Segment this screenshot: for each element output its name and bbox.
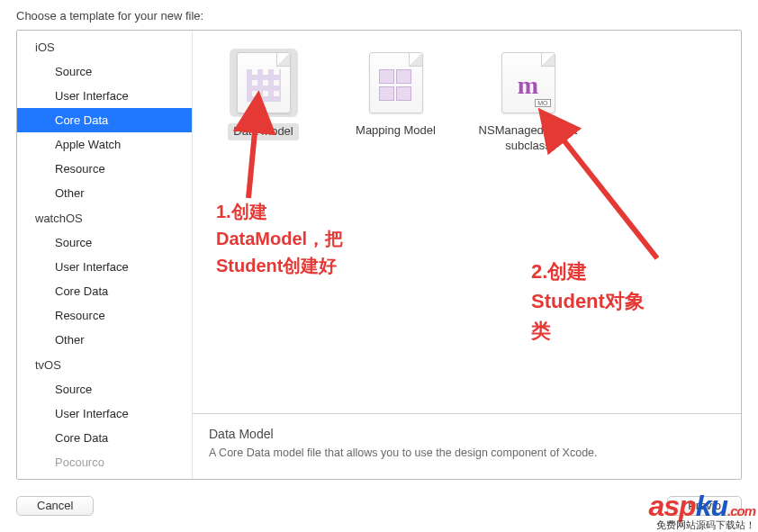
document-icon: mMO (501, 52, 555, 113)
template-label: Data Model (228, 123, 298, 140)
sidebar-scroll[interactable]: iOS Source User Interface Core Data Appl… (17, 31, 192, 479)
description-text: A Core Data model file that allows you t… (209, 446, 725, 459)
cancel-button[interactable]: Cancel (16, 496, 94, 516)
platform-watchos: watchOS (17, 205, 192, 230)
watermark: aspku.com 免费网站源码下载站！ (649, 494, 756, 532)
template-nsmanagedobject-subclass[interactable]: mMO NSManagedObject subclass (463, 43, 593, 159)
content-panel: Data Model Mapping Model mMO NSManagedOb… (193, 31, 741, 479)
template-label: NSManagedObject subclass (479, 123, 578, 152)
sidebar-item-tvos-resource[interactable]: Pocourco (17, 450, 192, 474)
sidebar-item-tvos-user-interface[interactable]: User Interface (17, 401, 192, 426)
sidebar-item-tvos-core-data[interactable]: Core Data (17, 426, 192, 450)
dialog-header: Choose a template for your new file: (0, 0, 758, 30)
header-title: Choose a template for your new file: (16, 9, 203, 23)
template-mapping-model[interactable]: Mapping Model (330, 43, 461, 144)
watermark-text: asp (649, 490, 696, 522)
watermark-sub: 免费网站源码下载站！ (656, 519, 755, 532)
sidebar-item-watchos-resource[interactable]: Resource (17, 303, 192, 328)
document-icon (237, 52, 291, 113)
main-panel: iOS Source User Interface Core Data Appl… (16, 30, 742, 480)
watermark-text: .com (727, 503, 755, 518)
sidebar-item-watchos-user-interface[interactable]: User Interface (17, 255, 192, 279)
sidebar-item-ios-apple-watch[interactable]: Apple Watch (17, 132, 192, 157)
description-panel: Data Model A Core Data model file that a… (193, 413, 741, 479)
sidebar-item-watchos-source[interactable]: Source (17, 230, 192, 255)
sidebar-item-ios-source[interactable]: Source (17, 59, 192, 84)
sidebar-item-ios-resource[interactable]: Resource (17, 157, 192, 181)
platform-ios: iOS (17, 34, 192, 59)
sidebar-item-watchos-other[interactable]: Other (17, 328, 192, 352)
sidebar-item-ios-core-data[interactable]: Core Data (17, 108, 192, 132)
template-grid: Data Model Mapping Model mMO NSManagedOb… (193, 31, 741, 413)
watermark-text: ku (696, 490, 727, 522)
sidebar-item-watchos-core-data[interactable]: Core Data (17, 279, 192, 303)
sidebar: iOS Source User Interface Core Data Appl… (17, 31, 193, 479)
description-title: Data Model (209, 427, 725, 441)
watermark-logo: aspku.com (649, 494, 756, 518)
platform-tvos: tvOS (17, 352, 192, 377)
new-file-template-dialog: Choose a template for your new file: iOS… (0, 0, 758, 532)
template-label: Mapping Model (356, 123, 436, 137)
dialog-footer: Cancel Previo (0, 480, 758, 532)
document-icon (369, 52, 423, 113)
sidebar-item-tvos-source[interactable]: Source (17, 377, 192, 401)
template-data-model[interactable]: Data Model (198, 43, 329, 146)
sidebar-item-ios-other[interactable]: Other (17, 181, 192, 205)
sidebar-item-ios-user-interface[interactable]: User Interface (17, 84, 192, 108)
